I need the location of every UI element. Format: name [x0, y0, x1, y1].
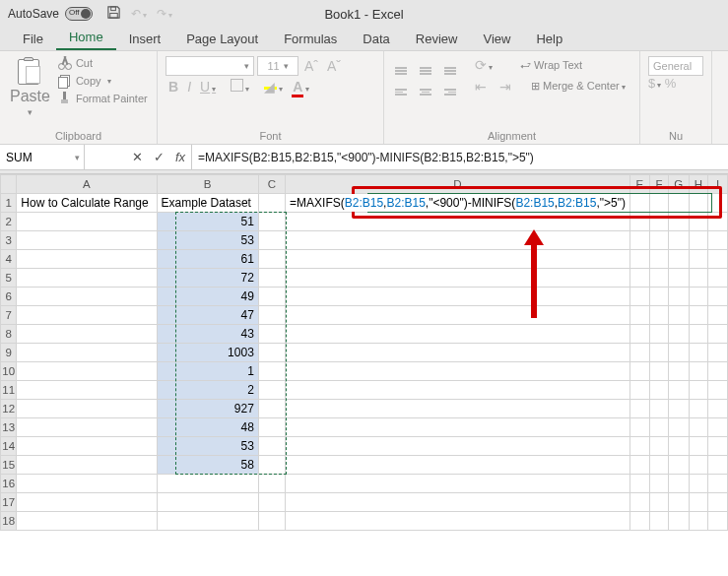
- decrease-font-icon[interactable]: Aˇ: [324, 58, 344, 74]
- cell[interactable]: 53: [157, 437, 258, 456]
- row-header[interactable]: 8: [1, 325, 17, 344]
- cell[interactable]: [669, 288, 689, 306]
- cell[interactable]: Example Dataset: [157, 194, 258, 213]
- cell[interactable]: How to Calculate Range: [17, 194, 157, 213]
- cell[interactable]: [17, 493, 157, 512]
- cell[interactable]: [258, 381, 285, 400]
- cell[interactable]: [630, 456, 650, 475]
- tab-data[interactable]: Data: [350, 28, 402, 50]
- underline-button[interactable]: U▾: [197, 79, 219, 95]
- undo-icon[interactable]: ↶▾: [131, 7, 147, 21]
- cell[interactable]: [669, 418, 689, 437]
- cell[interactable]: [17, 288, 157, 306]
- cell[interactable]: [17, 437, 157, 456]
- cell[interactable]: [689, 250, 708, 269]
- align-middle-button[interactable]: [417, 56, 434, 75]
- cell[interactable]: [649, 512, 669, 531]
- cell[interactable]: [286, 493, 630, 512]
- row-header[interactable]: 12: [1, 400, 17, 418]
- font-size-select[interactable]: 11▾: [257, 56, 298, 76]
- cell[interactable]: [286, 288, 630, 306]
- formula-input[interactable]: =MAXIFS(B2:B15,B2:B15,"<900")-MINIFS(B2:…: [192, 145, 728, 169]
- italic-button[interactable]: I: [184, 79, 194, 95]
- percent-button[interactable]: %: [665, 76, 677, 91]
- cell[interactable]: [669, 456, 689, 475]
- row-header[interactable]: 10: [1, 362, 17, 381]
- cell[interactable]: [708, 475, 728, 493]
- borders-button[interactable]: ▾: [228, 79, 252, 95]
- cell[interactable]: [157, 493, 258, 512]
- cell[interactable]: [258, 194, 285, 213]
- cell[interactable]: [258, 512, 285, 531]
- cell[interactable]: [17, 250, 157, 269]
- cell[interactable]: [258, 306, 285, 325]
- format-painter-button[interactable]: Format Painter: [58, 92, 148, 105]
- cell[interactable]: [689, 437, 708, 456]
- row-header[interactable]: 13: [1, 418, 17, 437]
- cell[interactable]: [630, 288, 650, 306]
- cell[interactable]: [708, 325, 728, 344]
- cell[interactable]: [286, 344, 630, 362]
- cell[interactable]: [649, 400, 669, 418]
- cell[interactable]: [630, 512, 650, 531]
- align-left-button[interactable]: [392, 78, 410, 96]
- cell[interactable]: [669, 437, 689, 456]
- bold-button[interactable]: B: [165, 79, 181, 95]
- cell[interactable]: [286, 306, 630, 325]
- tab-view[interactable]: View: [470, 28, 523, 50]
- cell[interactable]: [649, 475, 669, 493]
- cell[interactable]: [17, 512, 157, 531]
- cell[interactable]: [649, 306, 669, 325]
- cell[interactable]: [708, 269, 728, 288]
- row-header[interactable]: 5: [1, 269, 17, 288]
- cell[interactable]: 1: [157, 362, 258, 381]
- cell[interactable]: 1003: [157, 344, 258, 362]
- cell[interactable]: [258, 362, 285, 381]
- cell[interactable]: [669, 400, 689, 418]
- cell[interactable]: [689, 269, 708, 288]
- enter-button[interactable]: ✓: [148, 150, 169, 164]
- cell[interactable]: [17, 381, 157, 400]
- cell[interactable]: [17, 269, 157, 288]
- cell[interactable]: [708, 231, 728, 250]
- cell[interactable]: [17, 231, 157, 250]
- cell[interactable]: [689, 325, 708, 344]
- row-header[interactable]: 18: [1, 512, 17, 531]
- cell[interactable]: [708, 306, 728, 325]
- cell[interactable]: [286, 475, 630, 493]
- cancel-button[interactable]: ✕: [126, 150, 148, 164]
- cell[interactable]: [708, 512, 728, 531]
- cell[interactable]: [708, 288, 728, 306]
- cell[interactable]: [649, 437, 669, 456]
- cell[interactable]: [689, 306, 708, 325]
- autosave-toggle[interactable]: AutoSave Off: [0, 7, 93, 21]
- cell[interactable]: [258, 250, 285, 269]
- cell[interactable]: [17, 456, 157, 475]
- cell[interactable]: [630, 250, 650, 269]
- cell[interactable]: [708, 381, 728, 400]
- row-header[interactable]: 9: [1, 344, 17, 362]
- tab-help[interactable]: Help: [523, 28, 575, 50]
- cell[interactable]: [669, 512, 689, 531]
- cell[interactable]: [286, 456, 630, 475]
- cell[interactable]: [630, 231, 650, 250]
- cell[interactable]: [17, 475, 157, 493]
- select-all-corner[interactable]: [1, 175, 17, 194]
- cell[interactable]: [630, 493, 650, 512]
- number-format-select[interactable]: General: [648, 56, 703, 76]
- cell[interactable]: [649, 325, 669, 344]
- cell[interactable]: 53: [157, 231, 258, 250]
- cell[interactable]: [17, 213, 157, 231]
- cut-button[interactable]: Cut: [58, 56, 148, 70]
- align-center-button[interactable]: [417, 78, 434, 96]
- row-header[interactable]: 14: [1, 437, 17, 456]
- cell[interactable]: [689, 381, 708, 400]
- cell[interactable]: 47: [157, 306, 258, 325]
- tab-file[interactable]: File: [10, 28, 56, 50]
- cell[interactable]: [669, 493, 689, 512]
- cell[interactable]: [286, 400, 630, 418]
- cell[interactable]: [669, 325, 689, 344]
- cell[interactable]: [649, 381, 669, 400]
- cell[interactable]: [286, 362, 630, 381]
- cell[interactable]: [689, 400, 708, 418]
